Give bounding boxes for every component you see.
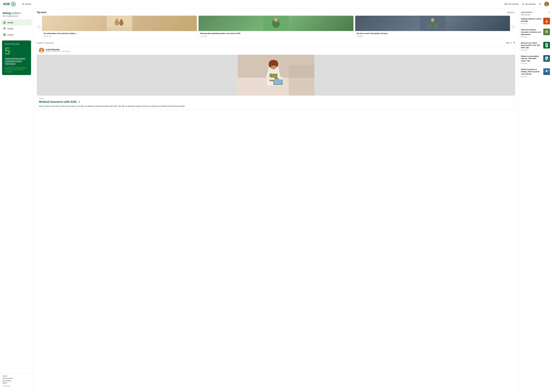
settings-button[interactable]: [539, 3, 541, 5]
carousel-items: The advantages of the electronic patient…: [42, 15, 510, 38]
article-image: [37, 55, 515, 96]
post-card-image-2: [199, 16, 353, 31]
post-card-time-1: 30 mins ago: [44, 35, 195, 37]
latest-title: Latest posts in: [521, 11, 532, 13]
sign-language-button[interactable]: Sign language: [522, 3, 536, 5]
footer-copyright: © 2024 AOK: [3, 385, 30, 387]
filter-button[interactable]: Filter: [506, 42, 515, 44]
pursue-icon: [3, 33, 6, 36]
logo[interactable]: AOK: [3, 2, 16, 6]
sidebar-item-people-label: People: [7, 28, 14, 30]
week-card-title: Number of the week: [5, 43, 29, 45]
svg-point-9: [5, 28, 5, 28]
filter-adjust-icon: [513, 42, 515, 44]
svg-point-1: [22, 3, 24, 5]
filter-label: Filter: [506, 42, 509, 44]
latest-post-time-2: 5 min ago: [521, 36, 542, 38]
svg-point-6: [546, 3, 547, 4]
top-posts-header: Top posts View all: [37, 11, 515, 14]
article-source: aok.de: [39, 98, 513, 99]
collapse-button[interactable]: ▾: [549, 11, 550, 13]
week-card-link[interactable]: 5 Reasons Why We Love Winter Much More T…: [5, 67, 29, 70]
main-layout: dialog online ▾ Wir in Niedersachsen Act…: [0, 8, 552, 392]
post-card-body-2: Warning about phishing emails in the nam…: [199, 31, 353, 38]
footer-imprint[interactable]: Imprint: [3, 375, 30, 377]
avatar-image: [544, 2, 549, 6]
search-bar[interactable]: Search: [22, 3, 31, 5]
post-card-title-3: By bike to work: Participation still pos…: [357, 32, 508, 35]
week-card-text-block-3: Than Summer: [5, 63, 16, 65]
svg-point-35: [514, 42, 514, 43]
latest-post-thumb-4: [543, 55, 550, 62]
carousel-prev-button[interactable]: [37, 25, 41, 29]
latest-post-thumb-5: [543, 68, 550, 75]
svg-point-53: [274, 64, 275, 66]
footer-data-protection[interactable]: Data protection: [3, 378, 30, 379]
footer-report[interactable]: Report: [3, 382, 30, 384]
view-all-link[interactable]: View all: [507, 12, 515, 14]
logo-icon: [11, 2, 16, 6]
latest-post-item-5[interactable]: Health insurance on holiday: AOK insuran…: [521, 68, 550, 79]
easy-language-icon: [504, 3, 507, 5]
sidebar-item-pursue[interactable]: Pursue: [1, 32, 32, 38]
home-icon: [3, 21, 6, 24]
post-card-3[interactable]: By bike to work: Participation still pos…: [355, 15, 510, 38]
easy-language-label: Easy language: [508, 3, 519, 5]
sidebar: dialog online ▾ Wir in Niedersachsen Act…: [0, 8, 33, 392]
carousel-next-button[interactable]: [511, 25, 515, 29]
latest-post-item-4[interactable]: Redeem e-prescription with the "AOK Mein…: [521, 55, 550, 66]
main-content: Top posts View all: [33, 8, 519, 392]
chevron-right-icon: [513, 12, 515, 13]
posted-in-bar: Posted in: Newsroom Filter: [37, 42, 515, 44]
author-meta: Posted in "Newsroom" · 30 min ago: [46, 50, 70, 52]
svg-rect-67: [543, 72, 550, 75]
article-text: Want to work in Germany? Find out how ea…: [39, 105, 513, 108]
latest-post-item-3[interactable]: Now you can collect bonus points in the …: [521, 42, 550, 53]
latest-post-time-4: 5 min ago: [521, 63, 542, 64]
svg-point-58: [546, 46, 547, 47]
svg-rect-19: [107, 27, 132, 31]
latest-post-time-5: 5 min ago: [521, 76, 542, 77]
sidebar-item-actual[interactable]: Actual: [1, 20, 32, 25]
week-card-text-blocks: Reasons We Find Ourselves Loving Winter …: [5, 58, 29, 65]
brand-text: dialog: [3, 12, 11, 15]
svg-rect-13: [5, 35, 6, 36]
svg-point-7: [545, 4, 548, 6]
user-avatar[interactable]: [544, 2, 549, 6]
brand-dropdown[interactable]: dialog online ▾: [3, 12, 30, 15]
svg-point-22: [274, 18, 278, 22]
latest-subtitle: AOK Social: [521, 14, 550, 16]
latest-post-item-1[interactable]: Fighting addiction: advice and help 5 mi…: [521, 18, 550, 27]
post-card-image-3: [355, 16, 510, 31]
post-card-1[interactable]: The advantages of the electronic patient…: [42, 15, 197, 38]
svg-rect-42: [289, 65, 314, 96]
svg-line-2: [23, 5, 24, 5]
footer-accessibility[interactable]: Accessibility: [3, 380, 30, 382]
post-card-2[interactable]: Warning about phishing emails in the nam…: [198, 15, 353, 38]
svg-point-46: [269, 61, 272, 68]
posted-in-tag[interactable]: Newsroom: [45, 42, 54, 44]
post-card-body-3: By bike to work: Participation still pos…: [355, 31, 510, 38]
right-sidebar: Latest posts in ▾ AOK Social Fighting ad…: [519, 8, 552, 392]
author-info: Leslie Alexander Posted in "Newsroom" · …: [46, 49, 70, 52]
search-label: Search: [25, 3, 31, 5]
sidebar-item-people[interactable]: People: [1, 26, 32, 32]
easy-language-button[interactable]: Easy language: [504, 3, 519, 5]
svg-point-38: [41, 49, 43, 51]
brand-section: dialog online ▾ Wir in Niedersachsen: [0, 11, 33, 20]
brand-highlight: online: [11, 12, 20, 15]
latest-post-title-4: Redeem e-prescription with the "AOK Mein…: [521, 55, 542, 62]
latest-post-item-2[interactable]: Advice for parents: Cannabis in children…: [521, 28, 550, 40]
post-card-time-3: Yesterday: [357, 35, 508, 37]
article-card-header: Leslie Alexander Posted in "Newsroom" · …: [37, 46, 515, 55]
latest-post-text-2: Advice for parents: Cannabis in children…: [521, 28, 542, 38]
svg-rect-12: [3, 35, 4, 36]
author-avatar-image: [39, 48, 44, 53]
sign-language-label: Sign language: [525, 3, 536, 5]
posted-in-label: Posted in: Newsroom: [37, 42, 54, 44]
svg-point-52: [272, 64, 273, 66]
latest-post-time-1: 5 min ago: [521, 23, 542, 24]
article-title[interactable]: Medical insurance with AOK ↗: [39, 100, 513, 104]
latest-post-thumb-3: [543, 42, 550, 49]
latest-post-text-4: Redeem e-prescription with the "AOK Mein…: [521, 55, 542, 64]
